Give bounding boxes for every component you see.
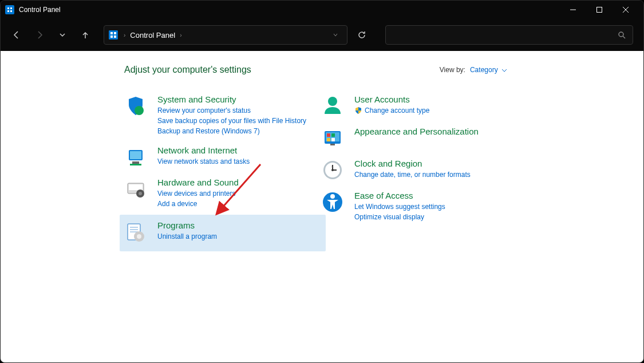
svg-point-46: [330, 194, 335, 199]
svg-rect-1: [7, 7, 9, 9]
view-by-label: View by:: [440, 66, 465, 74]
address-dropdown-button[interactable]: [329, 32, 342, 38]
svg-rect-34: [327, 133, 330, 137]
nav-forward-button[interactable]: [30, 26, 49, 44]
svg-rect-4: [10, 10, 12, 12]
category-item: User AccountsChange account type: [321, 91, 518, 123]
category-item: Network and InternetView network status …: [124, 142, 321, 174]
category-title[interactable]: System and Security: [157, 94, 321, 104]
svg-point-14: [619, 32, 623, 37]
svg-rect-9: [109, 30, 118, 40]
category-body: ProgramsUninstall a program: [157, 220, 321, 242]
category-title[interactable]: Programs: [157, 220, 321, 230]
svg-rect-37: [331, 138, 335, 141]
category-link[interactable]: Let Windows suggest settings: [354, 202, 518, 212]
svg-rect-12: [110, 35, 113, 38]
ease-of-access-icon: [321, 191, 344, 214]
category-item: LClock and RegionChange date, time, or n…: [321, 155, 518, 187]
content-header: Adjust your computer's settings View by:…: [124, 65, 507, 75]
maximize-button[interactable]: [586, 1, 613, 19]
svg-point-31: [328, 97, 337, 106]
refresh-button[interactable]: [352, 25, 372, 45]
svg-rect-10: [110, 32, 113, 34]
window-controls: [560, 1, 639, 19]
svg-rect-20: [130, 164, 141, 165]
category-link[interactable]: Review your computer's status: [157, 105, 321, 116]
category-body: Clock and RegionChange date, time, or nu…: [354, 159, 518, 180]
clock-and-region-icon: L: [321, 159, 344, 182]
category-link[interactable]: View network status and tasks: [157, 156, 321, 167]
breadcrumb-item[interactable]: Control Panel: [130, 31, 175, 40]
svg-rect-11: [114, 32, 116, 34]
svg-rect-2: [10, 7, 12, 9]
programs-icon: [124, 220, 147, 243]
svg-rect-19: [132, 161, 139, 164]
svg-rect-38: [330, 144, 335, 145]
categories-grid: System and SecurityReview your computer'…: [124, 91, 507, 251]
category-link[interactable]: Backup and Restore (Windows 7): [157, 126, 321, 136]
page-title: Adjust your computer's settings: [124, 65, 251, 75]
window-frame: Control Panel: [0, 0, 644, 363]
network-and-internet-icon: [124, 145, 147, 168]
address-bar[interactable]: › Control Panel ›: [104, 25, 347, 45]
category-link[interactable]: View devices and printers: [157, 188, 321, 199]
category-title[interactable]: Appearance and Personalization: [354, 127, 518, 136]
category-link[interactable]: Change account type: [354, 105, 518, 116]
nav-back-button[interactable]: [7, 26, 26, 44]
system-and-security-icon: [124, 94, 147, 117]
category-title[interactable]: Clock and Region: [354, 159, 518, 168]
breadcrumb-separator-icon: ›: [124, 32, 125, 38]
svg-point-43: [331, 169, 334, 171]
category-item: Ease of AccessLet Windows suggest settin…: [321, 187, 518, 228]
category-item: ProgramsUninstall a program: [120, 215, 326, 251]
category-link[interactable]: Optimize visual display: [354, 212, 518, 222]
category-body: User AccountsChange account type: [354, 94, 518, 116]
view-by-control: View by: Category: [440, 66, 507, 74]
search-icon: [618, 31, 626, 39]
svg-point-24: [139, 192, 142, 195]
category-body: Ease of AccessLet Windows suggest settin…: [354, 191, 518, 222]
category-title[interactable]: Ease of Access: [354, 191, 518, 200]
appearance-and-personalization-icon: [321, 127, 344, 149]
category-title[interactable]: Hardware and Sound: [157, 177, 321, 187]
category-item: Hardware and SoundView devices and print…: [124, 174, 321, 215]
category-body: Hardware and SoundView devices and print…: [157, 177, 321, 209]
titlebar: Control Panel: [1, 1, 643, 19]
hardware-and-sound-icon: [124, 177, 147, 200]
content-area: Adjust your computer's settings View by:…: [1, 51, 643, 362]
breadcrumb-separator-icon: ›: [180, 32, 181, 38]
nav-recent-dropdown[interactable]: [53, 26, 72, 44]
category-title[interactable]: User Accounts: [354, 94, 518, 104]
category-body: Network and InternetView network status …: [157, 145, 321, 167]
nav-up-button[interactable]: [76, 26, 94, 44]
view-by-dropdown[interactable]: Category: [470, 66, 507, 74]
search-box[interactable]: [385, 25, 634, 45]
svg-rect-36: [327, 138, 330, 141]
category-item: Appearance and Personalization: [321, 123, 518, 155]
address-icon: [109, 30, 118, 40]
svg-rect-18: [130, 151, 141, 159]
app-icon: [5, 5, 14, 14]
nav-toolbar: › Control Panel ›: [1, 19, 643, 51]
category-link[interactable]: Change date, time, or number formats: [354, 169, 518, 180]
svg-rect-13: [114, 35, 116, 38]
svg-point-16: [135, 106, 144, 115]
category-body: System and SecurityReview your computer'…: [157, 94, 321, 136]
category-link[interactable]: Add a device: [157, 199, 321, 209]
close-button[interactable]: [613, 1, 639, 19]
user-accounts-icon: [321, 94, 344, 117]
category-link[interactable]: Uninstall a program: [157, 231, 321, 242]
svg-rect-0: [6, 6, 13, 13]
window-title: Control Panel: [19, 6, 560, 14]
category-item: System and SecurityReview your computer'…: [124, 91, 321, 142]
category-body: Appearance and Personalization: [354, 127, 518, 137]
svg-line-15: [623, 36, 625, 38]
minimize-button[interactable]: [560, 1, 586, 19]
svg-rect-3: [7, 10, 9, 12]
svg-rect-6: [597, 7, 602, 13]
svg-point-30: [137, 234, 141, 239]
svg-rect-22: [129, 184, 143, 190]
svg-rect-35: [331, 133, 335, 137]
category-link[interactable]: Save backup copies of your files with Fi…: [157, 116, 321, 126]
category-title[interactable]: Network and Internet: [157, 145, 321, 155]
